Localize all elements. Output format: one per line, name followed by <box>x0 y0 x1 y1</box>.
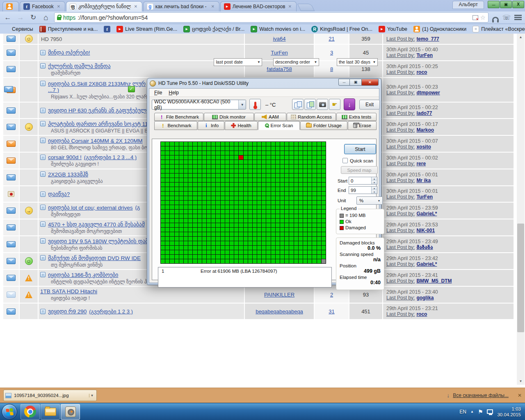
end-spinner[interactable] <box>371 187 377 194</box>
bookmark-item[interactable]: ≡Плейкаст «Воскрес... <box>472 26 525 32</box>
last-post-by-link[interactable]: Last Post by: <box>386 194 415 200</box>
back-button[interactable] <box>3 14 12 22</box>
hdtune-maximize-button[interactable] <box>350 79 361 86</box>
copy-image-button[interactable] <box>304 99 316 110</box>
sort-order-select[interactable]: descending order <box>273 58 319 66</box>
headphones-extension-icon[interactable] <box>492 17 499 21</box>
show-all-downloads-link[interactable]: Все скачанные файлы... <box>453 393 509 398</box>
bookmark-item[interactable]: Сервисы <box>3 26 33 32</box>
quick-scan-option[interactable]: Quick scan <box>342 158 373 163</box>
last-post-user-link[interactable]: BMW_M5_DTM <box>416 278 452 284</box>
last-post-by-link[interactable]: Last Post by: <box>386 261 415 267</box>
bookmark-item[interactable]: Преступление и на... <box>39 26 98 32</box>
tab-close-icon[interactable] <box>287 4 293 9</box>
topic-link[interactable]: მაჩუქეთ ან მომყიდეთ DVD RW IDE <box>48 255 141 261</box>
last-post-by-link[interactable]: Last Post by: <box>386 228 415 233</box>
hdtune-tab-erase[interactable]: Erase <box>348 121 377 130</box>
browser-tab[interactable] <box>2 1 19 11</box>
replies-link[interactable]: 2 <box>330 292 333 298</box>
last-post-by-link[interactable]: Last Post by: <box>386 127 415 133</box>
last-post-user-link[interactable]: xosito <box>416 144 431 150</box>
topic-toggle-icon[interactable] <box>40 309 46 314</box>
download-caret-icon[interactable] <box>89 394 95 397</box>
topic-toggle-icon[interactable] <box>40 108 46 113</box>
scroll-down-icon[interactable] <box>517 378 525 385</box>
last-post-user-link[interactable]: NIK-001 <box>416 228 435 233</box>
start-spinner[interactable] <box>371 177 377 184</box>
topic-link[interactable]: ქულერის დაშლა მინდა <box>48 63 111 69</box>
bookmark-item[interactable]: ▶Live Stream (Rim.Ge... <box>116 26 177 32</box>
topic-link[interactable]: ვიყიდი HP 630 ეკრანს ან გაფუჭებულ <box>48 107 146 114</box>
last-post-by-link[interactable]: Last Post by: <box>386 244 415 250</box>
topic-link[interactable]: 2X2GB 1333მჰზ <box>48 171 88 178</box>
author-link[interactable]: fatdata758 <box>267 66 292 72</box>
temperature-button[interactable] <box>249 99 261 110</box>
replies-link[interactable]: 21 <box>329 36 334 42</box>
last-post-by-link[interactable]: Last Post by: <box>386 278 415 284</box>
hdtune-titlebar[interactable]: HD Tune Pro 5.50 - Hard Disk/SSD Utility <box>147 78 381 88</box>
last-post-by-link[interactable]: Last Post by: <box>386 110 415 116</box>
start-button[interactable] <box>2 404 17 420</box>
maximize-button[interactable] <box>500 1 512 8</box>
topic-toggle-icon[interactable] <box>40 205 46 210</box>
last-post-user-link[interactable]: TurFen <box>416 52 433 58</box>
start-button[interactable]: Start <box>344 144 376 154</box>
last-post-user-link[interactable]: GabrieL* <box>416 261 437 267</box>
last-post-user-link[interactable]: roco <box>416 69 427 75</box>
topic-link[interactable]: 4570 + სსდ გავცვლი 4770 ან შესაბამ <box>48 221 145 228</box>
bookmark-star-icon[interactable] <box>480 14 486 21</box>
menu-file[interactable]: File <box>151 89 165 96</box>
tab-active[interactable]: ფკომპიუტერული ნაწილ <box>66 1 142 11</box>
bookmark-item[interactable]: ▶Watch movies on i... <box>251 26 305 32</box>
browser-tab[interactable]: ▶Лечение BAD-секторов <box>220 1 297 11</box>
author-link[interactable]: iva64 <box>273 36 285 42</box>
topic-toggle-icon[interactable] <box>40 238 46 244</box>
replies-link[interactable]: 8 <box>330 66 333 72</box>
replies-link[interactable]: 31 <box>329 308 334 315</box>
topic-toggle-icon[interactable] <box>40 272 46 277</box>
page-scrollbar[interactable] <box>517 34 525 385</box>
phone-extension-icon[interactable] <box>502 14 511 21</box>
last-post-by-link[interactable]: Last Post by: <box>386 90 415 96</box>
tab-close-icon[interactable] <box>56 4 62 9</box>
topic-toggle-icon[interactable] <box>40 138 46 143</box>
last-post-by-link[interactable]: Last Post by: <box>386 178 415 183</box>
save-download-button[interactable] <box>344 98 355 110</box>
topic-link[interactable]: ...7 ) <box>48 87 59 93</box>
close-button[interactable] <box>512 1 524 8</box>
topic-toggle-icon[interactable] <box>40 221 46 227</box>
topic-link[interactable]: ვიყიდი 19V 9.5A 180W ლეპტოპის დამ <box>48 238 148 244</box>
author-link[interactable]: PAINKILLER <box>264 292 294 298</box>
speed-map-button[interactable]: Speed map <box>341 166 378 174</box>
hdtune-tab-file-benchmark[interactable]: File Benchmark <box>154 113 203 121</box>
taskbar-chrome-button[interactable] <box>21 404 40 420</box>
browser-tab[interactable]: fFacebook <box>20 1 65 11</box>
hdtune-tab-error-scan[interactable]: Error Scan <box>258 121 300 130</box>
last-post-by-link[interactable]: Last Post by: <box>386 144 415 150</box>
hdtune-tab-extra-tests[interactable]: Extra tests <box>336 113 377 121</box>
bookmark-item[interactable]: ▶ცოდვის ქალაქი / Br... <box>183 26 244 32</box>
topic-link[interactable]: იყიდება 1366-ზე კომბოები <box>48 272 118 278</box>
options-button[interactable] <box>329 99 340 110</box>
profile-chip[interactable]: Альберт <box>452 1 484 9</box>
last-post-user-link[interactable]: dtmpower <box>416 90 440 96</box>
popup-blocked-icon[interactable] <box>472 15 478 20</box>
exit-button[interactable]: Exit <box>359 100 380 110</box>
bookmark-item[interactable]: ▶YouTube <box>379 26 407 32</box>
chrome-menu-icon[interactable] <box>514 15 522 20</box>
hdtune-minimize-button[interactable] <box>338 79 350 86</box>
address-bar[interactable]: https://forum.ge/?showforum=54 <box>54 12 488 23</box>
last-post-user-link[interactable]: მაზანა <box>416 244 433 250</box>
last-post-by-link[interactable]: Last Post by: <box>386 161 415 167</box>
last-post-by-link[interactable]: Last Post by: <box>386 295 415 301</box>
last-post-user-link[interactable]: goglika <box>416 295 434 301</box>
quick-scan-checkbox[interactable] <box>342 158 348 163</box>
last-post-by-link[interactable]: Last Post by: <box>386 52 415 58</box>
minimize-button[interactable] <box>488 1 500 8</box>
last-post-by-link[interactable]: Last Post by: <box>386 211 415 217</box>
network-icon[interactable] <box>487 409 493 414</box>
topic-toggle-icon[interactable] <box>40 171 46 177</box>
language-indicator[interactable]: EN <box>459 409 466 415</box>
replies-link[interactable]: 3 <box>330 50 333 56</box>
scroll-up-icon[interactable] <box>517 34 525 41</box>
